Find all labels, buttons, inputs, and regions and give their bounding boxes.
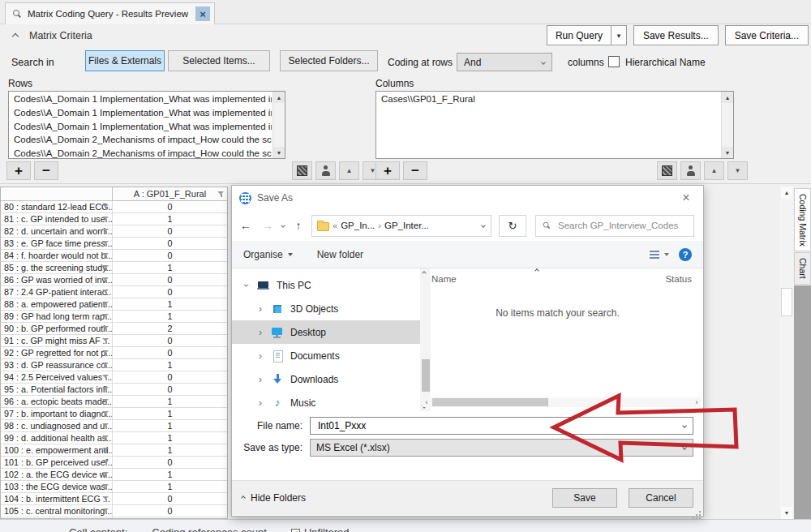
filter-icon[interactable] [102,410,109,418]
tab-chart[interactable]: Chart [794,252,811,285]
table-row[interactable]: 94 : 2.5 Perceived values ... 0 [1,371,227,384]
filter-icon[interactable] [102,252,109,260]
filter-icon[interactable] [102,264,109,272]
table-row[interactable]: 88 : a. empowered patient... 1 [1,298,227,311]
files-externals-button[interactable]: Files & Externals [85,50,165,71]
filter-icon[interactable] [102,398,109,405]
results-vertical-scrollbar[interactable]: ▲ ▼ [780,187,793,519]
table-row[interactable]: 101 : b. GP perceived usef... 0 [1,457,227,469]
select-items-button[interactable] [292,161,312,180]
filter-icon[interactable] [102,350,109,357]
hide-folders-button[interactable]: Hide Folders [242,492,306,504]
table-row[interactable]: 87 : 2.4 GP-patient interac... 0 [1,286,227,298]
table-row[interactable]: 105 : c. central monitoring ... 0 [1,505,227,517]
remove-columns-button[interactable]: − [403,161,427,180]
remove-rows-button[interactable]: − [34,161,58,180]
scroll-down-icon[interactable]: ▼ [781,507,792,519]
filter-icon[interactable] [217,191,225,198]
save-as-type-dropdown[interactable]: MS Excel (*.xlsx) [310,439,693,457]
scroll-up-icon[interactable]: ▲ [722,92,733,103]
save-results-button[interactable]: Save Results... [633,25,719,45]
help-icon[interactable]: ? [679,248,692,261]
filter-icon[interactable] [102,228,109,235]
table-row[interactable]: 99 : d. additional health as... 1 [1,432,227,444]
add-rows-button[interactable]: + [6,161,31,180]
name-column-header[interactable]: Name [431,274,457,284]
table-row[interactable]: 91 : c. GP might miss AF ... 0 [1,335,227,347]
filter-icon[interactable] [102,240,109,247]
resize-grip[interactable] [699,511,701,513]
table-row[interactable]: 80 : standard 12-lead ECG... 0 [1,201,227,213]
breadcrumb[interactable]: « GP_In... › GP_Inter... [311,215,491,237]
table-row[interactable]: 89 : GP had long term rap... 1 [1,311,227,323]
selected-items-button[interactable]: Selected Items... [168,50,270,71]
scroll-right-icon[interactable]: › [693,397,701,407]
search-input[interactable] [556,220,688,231]
back-icon[interactable]: ← [237,219,255,232]
list-item[interactable]: Cases\\GP01_F_Rural [381,92,720,106]
filter-icon[interactable] [102,374,109,381]
table-row[interactable]: 82 : d. uncertain and worri... 0 [1,225,227,238]
refresh-button[interactable]: ↻ [499,215,526,237]
table-row[interactable]: 96 : a. ectopic beats made... 1 [1,396,227,408]
file-name-input[interactable] [316,419,687,432]
close-icon[interactable]: × [195,6,210,21]
filter-icon[interactable] [102,325,109,332]
table-row[interactable]: 86 : GP was worried of inv... 0 [1,274,227,286]
filter-icon[interactable] [102,216,109,223]
run-query-button[interactable]: Run Query ▾ [547,25,627,45]
list-item[interactable]: Codes\\A_Domain 1 Implementation_What wa… [14,120,272,134]
search-box[interactable] [535,215,694,237]
auto-select-cases-button[interactable] [315,161,336,180]
dialog-title-bar[interactable]: Save As × [232,186,703,210]
filter-icon[interactable] [102,483,109,491]
filter-icon[interactable] [102,204,109,211]
filter-icon[interactable] [102,337,109,345]
chevron-down-icon[interactable] [481,223,486,228]
expand-chevron-icon[interactable]: › [256,327,264,338]
move-up-button[interactable]: ▲ [704,161,724,180]
up-folder-icon[interactable]: ↑ [290,219,307,232]
expand-chevron-icon[interactable]: › [256,303,264,315]
scroll-up-icon[interactable]: ▲ [781,187,792,199]
filter-icon[interactable] [102,289,109,296]
auto-select-cases-button[interactable] [680,161,701,180]
folder-tree-item-documents[interactable]: › Documents [232,344,420,367]
table-row[interactable]: 100 : e. empowerment and... 1 [1,444,227,457]
filter-icon[interactable] [102,301,109,308]
operator-dropdown[interactable]: And [457,53,552,71]
table-row[interactable]: 102 : a. the ECG device w... 1 [1,469,227,481]
breadcrumb-overflow-icon[interactable]: « [333,221,337,230]
folder-tree-item-downloads[interactable]: › Downloads [232,367,420,391]
filter-icon[interactable] [102,362,109,369]
view-list-icon[interactable] [650,251,659,252]
columns-list[interactable]: Cases\\GP01_F_Rural ▲ ▼ [375,91,734,159]
table-row[interactable]: 103 : the ECG device was ... 1 [1,481,227,493]
scroll-down-icon[interactable]: ▼ [722,147,733,158]
list-item[interactable]: Codes\\A_Domain 2_Mechanisms of impact_H… [14,133,272,147]
file-name-field[interactable] [310,417,693,435]
table-row[interactable]: 81 : c. GP intended to use ... 1 [1,213,227,225]
save-criteria-button[interactable]: Save Criteria... [725,25,809,45]
expand-chevron-icon[interactable]: › [256,350,264,362]
filter-icon[interactable] [102,447,109,454]
table-row[interactable]: 83 : e. GP face time press... 0 [1,238,227,250]
filter-icon[interactable] [102,496,109,503]
scroll-left-icon[interactable]: ‹ [423,397,431,407]
filter-icon[interactable] [102,423,109,430]
expand-chevron-icon[interactable]: › [241,281,252,290]
breadcrumb-item[interactable]: GP_In... [341,221,375,230]
table-row[interactable]: 84 : f. hoarder would not b... 0 [1,250,227,262]
filter-icon[interactable] [102,313,109,320]
status-column-header[interactable]: Status [665,274,692,284]
table-row[interactable]: 95 : a. Potential factors infl... 0 [1,384,227,396]
cancel-button[interactable]: Cancel [629,488,693,508]
new-folder-button[interactable]: New folder [317,249,363,260]
list-item[interactable]: Codes\\A_Domain 2_Mechanisms of impact_H… [14,147,272,158]
table-row[interactable]: 98 : c. undiagnosed and u... 1 [1,420,227,432]
organise-menu[interactable]: Organise [243,249,283,260]
filter-icon[interactable] [102,386,109,393]
expand-chevron-icon[interactable]: › [256,397,264,409]
scrollbar-thumb[interactable] [781,288,792,316]
select-items-button[interactable] [657,161,677,180]
